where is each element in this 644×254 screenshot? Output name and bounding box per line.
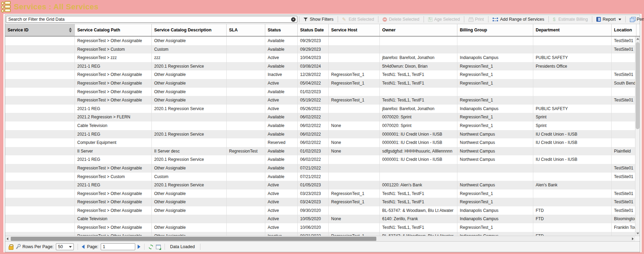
grid-row[interactable]: 2021.2 Regression > FLERNAvailable06/02/… [5, 113, 636, 121]
cell-status: Active [265, 96, 298, 105]
cell-location: South Bend [612, 79, 636, 88]
grid-row[interactable]: RegressionTest > Other AssignableOther A… [5, 232, 636, 236]
report-icon [596, 17, 601, 22]
grid-row[interactable]: II ServerII Server descRegressionTestAva… [5, 147, 636, 156]
grid-row[interactable]: RegressionTest > Other AssignableOther A… [5, 70, 636, 79]
grid-row[interactable]: RegressionTest > Other AssignableOther A… [5, 37, 636, 45]
cell-billing-group: RegressionTest_1 [457, 189, 533, 198]
grid-row[interactable]: RegressionTest > Other AssignableOther A… [5, 189, 636, 198]
grid-row[interactable]: RegressionTest > Other AssignableOther A… [5, 96, 636, 105]
cell-status: Active [265, 105, 298, 113]
column-header-location[interactable]: Location [612, 24, 636, 36]
grid-row[interactable]: 2021-1 REG2020.1 Regression ServiceAvail… [5, 155, 636, 164]
horizontal-scroll-thumb[interactable] [11, 237, 376, 241]
vertical-scrollbar[interactable] [635, 37, 640, 236]
cell-department: Sprint [533, 113, 612, 121]
cell-service-id [5, 88, 75, 96]
grid-row[interactable]: RegressionTest > Other AssignableOther A… [5, 198, 636, 206]
cell-location [612, 232, 636, 236]
cell-department: FTD [533, 206, 612, 215]
grid-row[interactable]: RegressionTest > Other AssignableOther A… [5, 79, 636, 88]
column-header-sla[interactable]: SLA [227, 24, 265, 36]
cell-location [612, 181, 636, 189]
grid-row[interactable]: RegressionTest > Other AssignableOther A… [5, 223, 636, 232]
cell-owner: BL-53747: & Woodlawn, Blu Lt Atwater [380, 206, 457, 215]
grid-row[interactable]: RegressionTest > CustomCustomAvailable07… [5, 173, 636, 181]
cell-department [533, 173, 612, 181]
header-filler [636, 24, 640, 36]
perspectives-button[interactable]: Perspectives [627, 15, 644, 23]
scroll-down-icon[interactable] [635, 231, 640, 236]
grid-row[interactable]: RegressionTest > Other AssignableOther A… [5, 164, 636, 173]
horizontal-scrollbar[interactable] [5, 236, 640, 241]
column-header-service-catalog-path[interactable]: Service Catalog Path [75, 24, 152, 36]
cell-sla [227, 130, 265, 139]
column-header-service-id[interactable]: Service ID [5, 24, 75, 36]
grid-row[interactable]: RegressionTest > Other AssignableOther A… [5, 206, 636, 215]
sort-arrows-icon[interactable] [69, 27, 72, 33]
cell-owner: TestN1: TestL1, TestF1 [380, 198, 457, 206]
cell-service-id [5, 121, 75, 130]
column-header-department[interactable]: Department [533, 24, 612, 36]
column-header-service-catalog-description[interactable]: Service Catalog Description [152, 24, 227, 36]
cell-sla [227, 164, 265, 173]
grid-row[interactable]: 2021-1 REG2020.1 Regression ServiceActiv… [5, 181, 636, 189]
column-header-label: Location [614, 28, 632, 32]
cell-service-host [329, 155, 380, 164]
scroll-left-icon[interactable] [5, 236, 10, 241]
grid-row[interactable]: RegressionTest > Other AssignableOther A… [5, 88, 636, 96]
pencil-icon [342, 17, 347, 22]
show-filters-button[interactable]: Show Filters [301, 15, 336, 23]
clear-search-icon[interactable]: × [291, 17, 296, 22]
grid-row[interactable]: 2021-1 REG2020.1 Regression ServiceAvail… [5, 62, 636, 71]
grid-rows: RegressionTest > Other AssignableOther A… [5, 37, 636, 236]
lock-icon[interactable] [9, 244, 13, 249]
cell-service-host [329, 37, 380, 45]
cell-status: Inactive [265, 70, 298, 79]
grid-row[interactable]: 2021-1 REG2020.1 Regression ServiceActiv… [5, 105, 636, 113]
vertical-scroll-thumb[interactable] [636, 42, 640, 129]
grid-row[interactable]: Computer EquipmentReserved06/02/2022None… [5, 138, 636, 147]
report-button[interactable]: Report [594, 15, 624, 23]
toolbar-separator [488, 16, 488, 22]
cell-status: Active [265, 181, 298, 189]
cell-billing-group [457, 173, 533, 181]
add-range-of-services-button[interactable]: Add Range of Services [490, 15, 547, 23]
grid-row[interactable]: RegressionTest > zzzzzzActive10/04/2023j… [5, 53, 636, 62]
toolbar-separator [338, 16, 338, 22]
column-header-status-date[interactable]: Status Date [298, 24, 329, 36]
column-header-label: Department [536, 28, 559, 32]
wrench-icon[interactable] [15, 244, 20, 250]
grid-row[interactable]: 2021-1 REG2020.1 Regression ServiceAvail… [5, 130, 636, 139]
grid-row[interactable]: Cable TelevisionAvailable06/02/2022None0… [5, 121, 636, 130]
cell-billing-group: Northwest Campus [457, 181, 533, 189]
content-area: × Show FiltersEdit SelectedDelete Select… [3, 14, 642, 252]
cell-sla [227, 138, 265, 147]
grid-row[interactable]: Cable TelevisionActive10/05/2020None6140… [5, 215, 636, 223]
rows-per-page-select[interactable]: 50 [56, 243, 74, 250]
column-header-owner[interactable]: Owner [380, 24, 457, 36]
cell-owner: 6140: Zerillo, Frank [380, 215, 457, 223]
column-header-billing-group[interactable]: Billing Group [457, 24, 533, 36]
cell-service-catalog-description: Other Assignable [152, 189, 227, 198]
cell-service-host [329, 173, 380, 181]
page-number-input[interactable] [101, 243, 135, 250]
cell-service-host [329, 164, 380, 173]
scroll-up-icon[interactable] [635, 37, 640, 41]
cell-service-catalog-description: Other Assignable [152, 232, 227, 236]
refresh-icon[interactable] [148, 244, 153, 250]
cell-status: Available [265, 88, 298, 96]
cell-department: PUBLIC SAFETY [533, 53, 612, 62]
search-input[interactable] [6, 16, 297, 23]
column-header-service-host[interactable]: Service Host [329, 24, 380, 36]
previous-page-icon[interactable] [82, 245, 85, 249]
export-grid-icon[interactable] [156, 245, 161, 249]
scroll-right-icon[interactable] [630, 236, 635, 241]
grid-row[interactable]: RegressionTest > CustomCustomAvailable09… [5, 45, 636, 54]
services-window: Services : All Services × Show FiltersEd… [0, 0, 644, 254]
next-page-icon[interactable] [138, 245, 140, 249]
column-header-status[interactable]: Status [265, 24, 298, 36]
cell-status-date: 01/02/2023 [298, 147, 329, 156]
cell-owner: TestN1: TestL1, TestF1 [380, 223, 457, 232]
toolbar-separator [424, 16, 424, 22]
